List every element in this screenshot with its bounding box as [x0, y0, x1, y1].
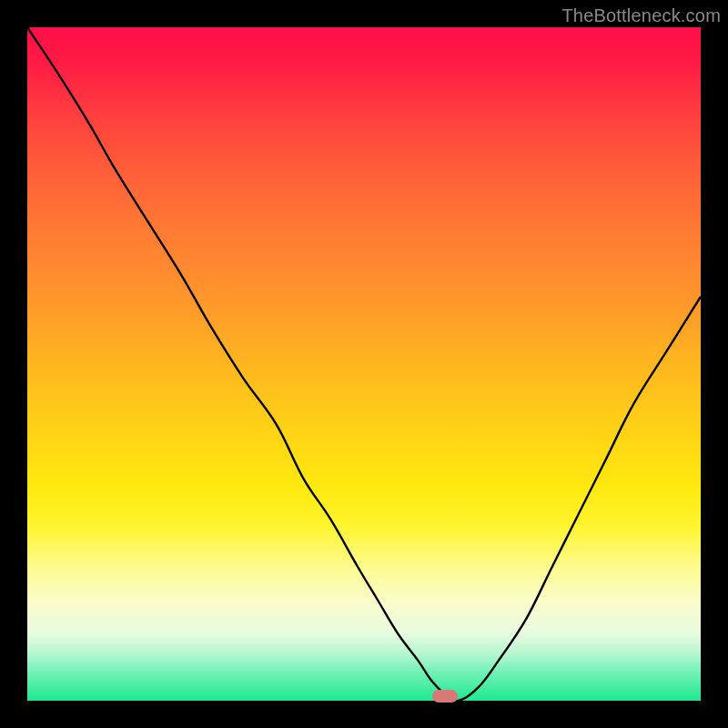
bottleneck-curve-path [27, 27, 701, 701]
chart-frame [27, 27, 701, 701]
chart-curve [27, 27, 701, 701]
optimal-point-marker [432, 690, 458, 703]
watermark-text: TheBottleneck.com [561, 5, 721, 26]
